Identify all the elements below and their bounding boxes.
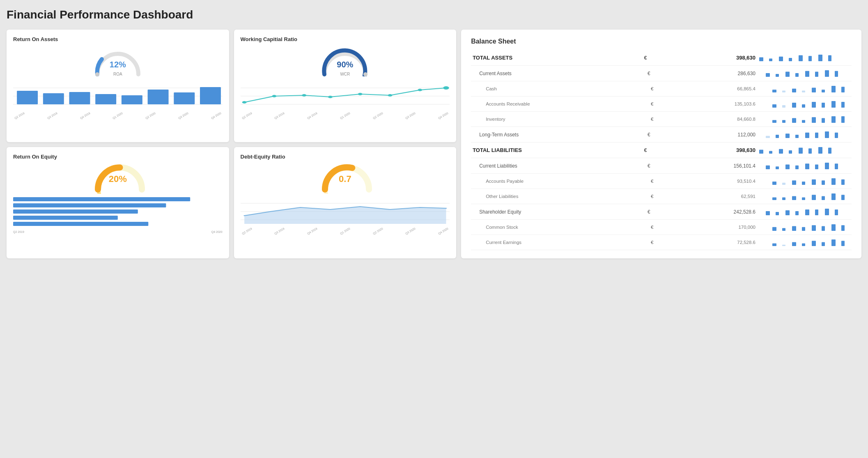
svg-rect-7 xyxy=(95,94,116,104)
svg-rect-37 xyxy=(815,72,818,77)
svg-rect-123 xyxy=(802,244,805,246)
svg-rect-79 xyxy=(828,148,831,154)
wcr-card: Working Capitial Ratio 90% WCR xyxy=(234,30,457,142)
roe-hbar-chart: Q2 2019 Q4 2020 xyxy=(13,195,223,233)
bs-row-label: Inventory xyxy=(471,112,636,127)
svg-rect-64 xyxy=(766,136,770,138)
svg-point-21 xyxy=(388,94,392,97)
svg-rect-119 xyxy=(841,225,845,231)
svg-rect-10 xyxy=(174,92,195,104)
svg-rect-62 xyxy=(831,116,836,123)
svg-rect-39 xyxy=(835,71,838,77)
bs-row-amount: 93,510.4 xyxy=(655,174,757,189)
svg-rect-8 xyxy=(122,95,142,104)
svg-rect-127 xyxy=(841,241,845,246)
roe-title: Return On Equity xyxy=(13,154,223,160)
svg-rect-29 xyxy=(808,56,812,61)
bs-row-currency: € xyxy=(636,189,655,204)
bs-row-currency: € xyxy=(636,66,655,81)
page-title: Financial Performance Dashboard xyxy=(7,7,861,23)
svg-rect-78 xyxy=(818,147,822,154)
bs-row-label: Shareholder Equity xyxy=(471,204,636,220)
table-row: Current Assets€286,630 xyxy=(471,66,852,81)
bs-row-sparkbar xyxy=(757,235,852,250)
svg-rect-56 xyxy=(772,120,776,123)
bs-row-sparkbar xyxy=(757,97,852,112)
svg-rect-92 xyxy=(812,180,816,185)
svg-rect-59 xyxy=(802,120,805,123)
wcr-value: 90% xyxy=(337,60,353,69)
bs-row-amount: 170,000 xyxy=(655,220,757,235)
bs-row-label: Other Liabilities xyxy=(471,189,636,204)
table-row: Current Earnings€72,528.6 xyxy=(471,235,852,250)
table-row: Cash€66,865.4 xyxy=(471,81,852,97)
svg-rect-61 xyxy=(822,118,825,123)
bs-row-label: Accounts Receivable xyxy=(471,97,636,112)
roa-title: Return On Assets xyxy=(13,36,223,42)
svg-point-0 xyxy=(95,72,99,76)
svg-rect-114 xyxy=(792,226,796,231)
svg-rect-70 xyxy=(825,131,829,138)
svg-rect-113 xyxy=(782,228,785,231)
der-gauge: 0.7 xyxy=(241,163,450,192)
svg-rect-108 xyxy=(805,209,809,215)
wcr-sub: WCR xyxy=(340,71,350,76)
svg-rect-131 xyxy=(13,209,138,214)
svg-rect-71 xyxy=(835,133,838,138)
svg-point-18 xyxy=(302,94,306,97)
bs-row-sparkbar xyxy=(757,204,852,220)
svg-point-16 xyxy=(242,101,246,104)
svg-rect-89 xyxy=(782,183,785,185)
svg-rect-99 xyxy=(802,198,805,200)
svg-rect-52 xyxy=(812,102,816,108)
balance-sheet-card: Balance Sheet TOTAL ASSETS€398,630Curren… xyxy=(461,30,861,258)
table-row: Other Liabilities€62,591 xyxy=(471,189,852,204)
bs-row-amount: 66,865.4 xyxy=(655,81,757,97)
bs-row-currency: € xyxy=(636,81,655,97)
svg-rect-116 xyxy=(812,225,816,231)
bs-row-currency: € xyxy=(636,112,655,127)
svg-point-23 xyxy=(443,86,449,90)
svg-rect-9 xyxy=(148,90,169,104)
svg-rect-102 xyxy=(831,193,836,200)
bs-row-sparkbar xyxy=(757,220,852,235)
bs-row-sparkbar xyxy=(757,127,852,143)
svg-rect-83 xyxy=(795,166,799,169)
svg-rect-121 xyxy=(782,245,785,246)
svg-rect-38 xyxy=(825,70,829,77)
svg-rect-63 xyxy=(841,116,845,123)
bs-row-amount: 84,660.8 xyxy=(655,112,757,127)
svg-rect-82 xyxy=(785,165,790,169)
table-row: Shareholder Equity€242,528.6 xyxy=(471,204,852,220)
bs-row-currency: € xyxy=(636,127,655,143)
bs-row-sparkbar xyxy=(757,143,852,158)
der-value: 0.7 xyxy=(339,173,351,184)
svg-rect-120 xyxy=(772,244,776,246)
svg-rect-106 xyxy=(785,210,790,215)
svg-rect-126 xyxy=(831,239,836,246)
bs-row-amount: 112,000 xyxy=(655,127,757,143)
svg-rect-73 xyxy=(769,151,772,154)
svg-rect-40 xyxy=(772,90,776,92)
svg-rect-125 xyxy=(822,242,825,246)
svg-marker-138 xyxy=(244,207,446,224)
svg-rect-133 xyxy=(13,222,148,226)
svg-rect-30 xyxy=(818,55,822,61)
svg-point-19 xyxy=(328,96,333,98)
roe-card: Return On Equity 20% xyxy=(7,147,229,258)
svg-rect-90 xyxy=(792,180,796,185)
balance-sheet-table: TOTAL ASSETS€398,630Current Assets€286,6… xyxy=(471,50,852,250)
svg-rect-28 xyxy=(799,55,803,61)
svg-rect-88 xyxy=(772,182,776,185)
svg-rect-46 xyxy=(831,86,836,92)
bs-row-amount: 72,528.6 xyxy=(655,235,757,250)
svg-rect-57 xyxy=(782,120,785,123)
bs-row-currency: € xyxy=(636,158,655,174)
table-row: Inventory€84,660.8 xyxy=(471,112,852,127)
svg-rect-49 xyxy=(782,105,785,108)
svg-rect-118 xyxy=(831,224,836,231)
table-row: TOTAL LIABILITIES€398,630 xyxy=(471,143,852,158)
bs-row-label: Current Liabilities xyxy=(471,158,636,174)
svg-rect-124 xyxy=(812,241,816,246)
svg-rect-105 xyxy=(776,212,779,215)
